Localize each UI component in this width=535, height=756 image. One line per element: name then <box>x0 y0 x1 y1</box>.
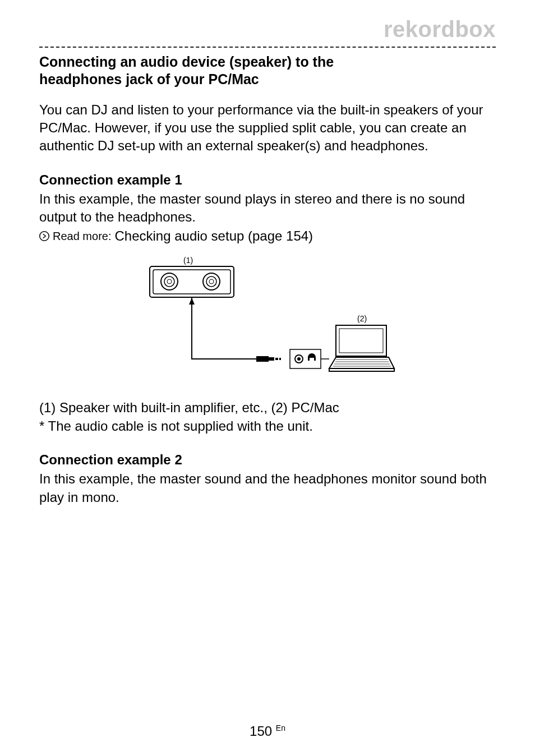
section-title: Connecting an audio device (speaker) to … <box>39 53 496 89</box>
diagram-caption: (1) Speaker with built-in amplifier, etc… <box>39 399 496 417</box>
readmore-prefix: Read more: <box>53 230 112 243</box>
svg-rect-11 <box>269 357 274 361</box>
svg-marker-19 <box>329 357 394 368</box>
example1-title: Connection example 1 <box>39 172 496 188</box>
readmore-icon <box>39 231 49 241</box>
page-number-value: 150 <box>250 723 272 739</box>
laptop-icon <box>329 325 394 371</box>
svg-rect-13 <box>279 358 281 360</box>
diagram-label-1: (1) <box>183 256 193 265</box>
divider <box>39 47 496 48</box>
brand-title: rekordbox <box>39 17 496 42</box>
connection-diagram: (1) <box>139 255 396 384</box>
diagram-label-2: (2) <box>357 314 367 323</box>
svg-point-0 <box>40 232 49 241</box>
section-title-line1: Connecting an audio device (speaker) to … <box>39 54 334 70</box>
diagram-footnote: * The audio cable is not supplied with t… <box>39 417 496 435</box>
readmore-row: Read more: Checking audio setup (page 15… <box>39 228 496 244</box>
example2-body: In this example, the master sound and th… <box>39 470 496 506</box>
svg-marker-9 <box>189 298 195 305</box>
example1-body: In this example, the master sound plays … <box>39 190 496 227</box>
intro-paragraph: You can DJ and listen to your performanc… <box>39 101 496 155</box>
svg-rect-10 <box>256 356 269 362</box>
page-lang: En <box>276 723 285 732</box>
svg-point-16 <box>297 357 301 361</box>
readmore-link[interactable]: Checking audio setup (page 154) <box>115 228 313 244</box>
svg-rect-18 <box>339 329 383 353</box>
svg-rect-12 <box>275 358 278 360</box>
page-number: 150 En <box>0 723 535 739</box>
diagram-container: (1) <box>39 255 496 384</box>
example2-title: Connection example 2 <box>39 452 496 468</box>
svg-rect-24 <box>329 368 394 371</box>
section-title-line2: headphones jack of your PC/Mac <box>39 71 259 87</box>
